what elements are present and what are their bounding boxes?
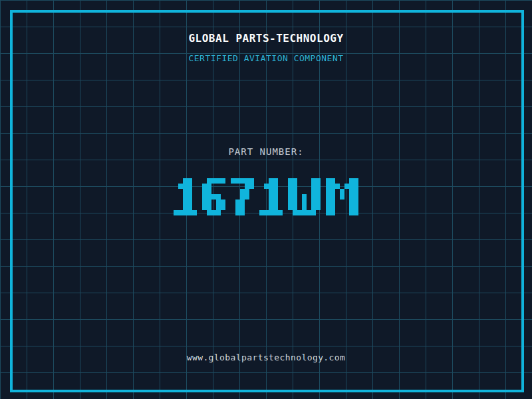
part-number-glyph <box>259 178 283 215</box>
part-number-glyph <box>288 178 321 215</box>
blueprint-canvas: { "header": { "title": "GLOBAL PARTS-TEC… <box>0 0 532 399</box>
part-number-glyph <box>202 178 225 215</box>
certification-subtitle: CERTIFIED AVIATION COMPONENT <box>0 53 532 63</box>
part-number-glyph <box>174 178 197 215</box>
part-number-glyph <box>231 178 254 215</box>
part-number-label: PART NUMBER: <box>0 146 532 157</box>
company-title: GLOBAL PARTS-TECHNOLOGY <box>0 32 532 45</box>
website-url: www.globalpartstechnology.com <box>0 352 532 362</box>
part-number-display <box>0 178 532 215</box>
part-number-glyph <box>326 178 358 215</box>
